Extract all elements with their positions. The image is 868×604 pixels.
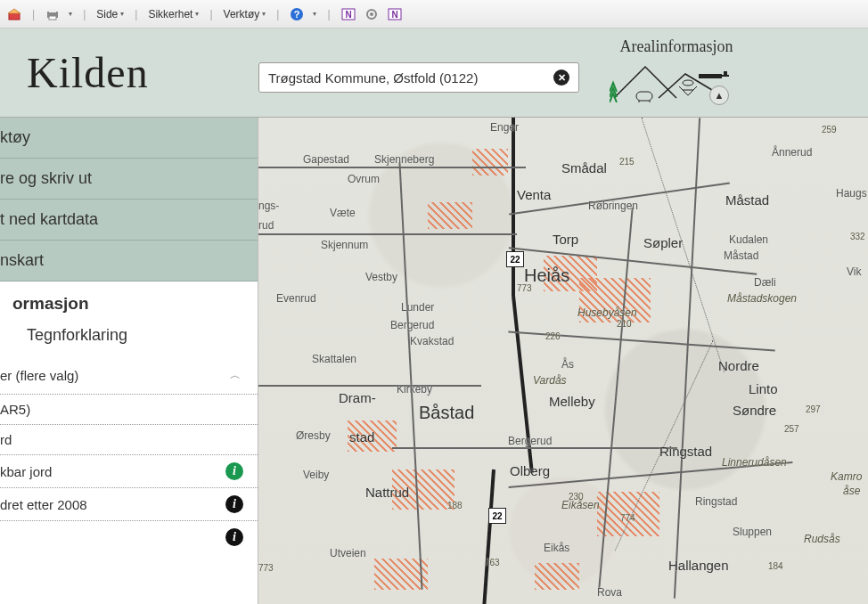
road-shield: 22 — [488, 508, 506, 524]
place-label: Søndre — [733, 403, 776, 418]
info-icon[interactable]: i — [225, 462, 243, 480]
sidebar: ktøy re og skriv ut t ned kartdata nskar… — [0, 118, 258, 604]
place-label: Smådal — [561, 160, 607, 175]
place-label: Nattrud — [365, 485, 409, 500]
place-label: Eikås — [544, 542, 569, 554]
svg-text:?: ? — [294, 9, 300, 20]
info-icon[interactable]: i — [225, 495, 243, 513]
place-label: rud — [258, 219, 274, 232]
place-label: Bergerud — [508, 435, 552, 447]
place-label: Gapestad — [303, 153, 349, 166]
place-label: Enger — [490, 121, 519, 134]
elevation-label: 763 — [485, 558, 500, 567]
elevation-label: 215 — [619, 157, 635, 167]
collapse-button[interactable]: ▲ — [709, 86, 729, 105]
place-label: Linto — [749, 381, 778, 396]
place-label: Veiby — [303, 469, 329, 481]
elevation-label: 226 — [545, 331, 561, 341]
place-label: Vestby — [365, 271, 397, 283]
place-label: Væte — [330, 207, 356, 219]
info-icon[interactable]: i — [225, 528, 243, 546]
home-icon[interactable] — [7, 7, 21, 21]
chevron-up-icon[interactable]: ︿ — [227, 364, 243, 387]
print-icon[interactable] — [45, 7, 60, 21]
onenote-icon[interactable]: N — [341, 7, 356, 21]
search-box[interactable]: ✕ — [258, 62, 579, 93]
map-canvas[interactable]: EngerGapestadSkjennebergOvrumngs-rudVæte… — [258, 118, 868, 604]
place-label: Dram- — [339, 390, 376, 405]
onenote-icon-2[interactable]: N — [388, 7, 402, 21]
place-label: Ånnerud — [772, 146, 812, 159]
logo: Kilden — [27, 48, 149, 97]
elevation-label: 188 — [447, 501, 463, 510]
place-label: Evenrud — [276, 292, 316, 305]
place-label: Sluppen — [733, 526, 772, 538]
svg-rect-3 — [49, 9, 56, 12]
place-label: stad — [349, 429, 374, 445]
elevation-label: 184 — [768, 561, 783, 571]
place-label: Ringstad — [695, 495, 737, 508]
legend-ar5[interactable]: AR5) — [0, 395, 258, 425]
legend-heading: Tegnforklaring — [0, 321, 258, 357]
browser-toolbar: | ▾ | Side ▾ | Sikkerhet ▾ | Verktøy ▾ |… — [0, 0, 868, 29]
place-label: Rudsås — [804, 533, 840, 545]
legend-rd[interactable]: rd — [0, 425, 258, 455]
place-label: Ås — [561, 358, 574, 371]
place-label: Bergerud — [390, 319, 434, 331]
place-label: Skattalen — [312, 353, 356, 365]
svg-rect-18 — [724, 71, 727, 75]
search-input[interactable] — [268, 70, 553, 86]
place-label: Husebyåsen — [577, 306, 637, 319]
place-label: Vardås — [533, 374, 567, 387]
elevation-label: 773 — [517, 283, 532, 293]
place-label: Måstad — [725, 192, 769, 208]
place-label: Utveien — [330, 547, 366, 559]
elevation-label: 257 — [784, 424, 799, 434]
elevation-label: 773 — [258, 563, 274, 573]
elevation-label: 332 — [850, 232, 865, 241]
place-label: Kamro — [831, 470, 862, 483]
sidebar-item-lagre[interactable]: re og skriv ut — [0, 159, 258, 200]
svg-rect-16 — [699, 74, 722, 78]
legend-extra[interactable]: i — [0, 521, 258, 553]
gear-icon[interactable] — [364, 7, 379, 21]
elevation-label: 210 — [617, 319, 632, 329]
areal-title: Arealinformasjon — [610, 37, 743, 56]
place-label: Hallangen — [668, 558, 729, 573]
elevation-label: 230 — [569, 492, 584, 502]
svg-text:N: N — [391, 10, 397, 20]
svg-text:N: N — [345, 10, 351, 20]
place-label: Kirkeby — [397, 383, 432, 396]
svg-point-19 — [683, 80, 693, 86]
place-label: Ringstad — [659, 444, 712, 459]
chevron-down-icon[interactable]: ▾ — [69, 10, 72, 18]
elevation-label: 297 — [806, 404, 821, 414]
place-label: Øresby — [296, 429, 331, 442]
place-label: Måstad — [724, 249, 758, 262]
place-label: Kudalen — [729, 233, 768, 246]
place-label: åse — [843, 485, 860, 497]
road-shield: 22 — [506, 251, 524, 267]
menu-sikkerhet[interactable]: Sikkerhet ▾ — [148, 8, 199, 20]
place-label: Kvakstad — [410, 335, 454, 347]
place-label: Vik — [847, 265, 861, 278]
help-icon[interactable]: ? — [290, 7, 304, 21]
place-label: Måstadskogen — [727, 292, 797, 305]
svg-rect-0 — [9, 13, 20, 20]
legend-dyrkbar[interactable]: kbar jord i — [0, 455, 258, 488]
place-label: Lunder — [401, 301, 434, 314]
place-label: Båstad — [419, 403, 474, 423]
legend-filter[interactable]: er (flere valg) ︿ — [0, 357, 258, 395]
place-label: Linnerudåsen — [722, 456, 787, 469]
place-label: Rova — [597, 586, 622, 599]
svg-rect-4 — [49, 16, 56, 20]
sidebar-item-last-ned[interactable]: t ned kartdata — [0, 200, 258, 241]
legend-endret[interactable]: dret etter 2008 i — [0, 488, 258, 521]
sidebar-item-verktoy[interactable]: ktøy — [0, 118, 258, 159]
clear-icon[interactable]: ✕ — [553, 69, 569, 86]
menu-side[interactable]: Side ▾ — [96, 8, 124, 20]
place-label: Røbringen — [588, 200, 638, 212]
sidebar-item-bakgrunn[interactable]: nskart — [0, 241, 258, 282]
menu-verktoy[interactable]: Verktøy ▾ — [224, 8, 266, 20]
svg-rect-13 — [636, 92, 652, 101]
